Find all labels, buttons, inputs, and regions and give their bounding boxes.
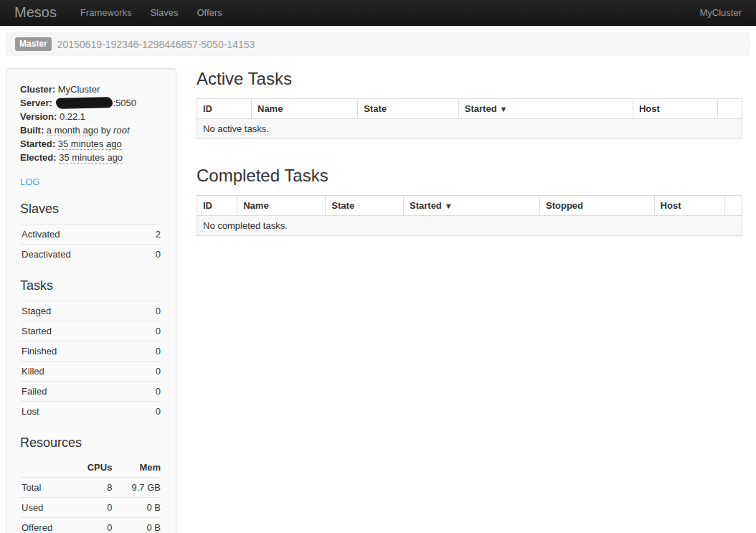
tasks-row-label: Finished (20, 341, 137, 362)
column-header-empty (724, 196, 742, 216)
resources-row-label: Total (20, 478, 72, 498)
tasks-row-value: 0 (137, 402, 162, 422)
active-tasks-empty-message: No active tasks. (197, 119, 742, 139)
tasks-row-failed: Failed 0 (20, 382, 162, 402)
content-layout: Cluster: MyCluster Server: :5050 Version… (0, 68, 756, 533)
column-header-empty (717, 99, 742, 119)
tasks-row-label: Started (20, 321, 137, 341)
column-header-started[interactable]: Started▼ (458, 99, 633, 119)
tasks-row-value: 0 (137, 362, 162, 382)
column-header-started-label: Started (410, 200, 442, 211)
tasks-row-label: Failed (20, 382, 137, 402)
built-time: a month ago (47, 125, 98, 136)
version-info-line: Version: 0.22.1 (20, 110, 162, 123)
server-port: :5050 (113, 98, 136, 108)
completed-tasks-table: ID Name State Started▼ Stopped Host No c… (197, 195, 742, 236)
slaves-row-label: Activated (20, 225, 143, 245)
nav-slaves[interactable]: Slaves (141, 0, 187, 25)
resources-row-cpus: 8 (72, 478, 114, 498)
elected-info-line: Elected: 35 minutes ago (20, 151, 162, 164)
resources-row-label: Used (20, 498, 72, 518)
brand-mesos[interactable]: Mesos (0, 4, 71, 21)
top-navbar: Mesos Frameworks Slaves Offers MyCluster (0, 0, 756, 26)
cluster-info-line: Cluster: MyCluster (20, 82, 162, 96)
resources-row-offered: Offered 0 0 B (20, 518, 162, 533)
column-header-started-label: Started (465, 103, 497, 114)
navbar-links: Frameworks Slaves Offers (71, 0, 232, 25)
completed-tasks-section: Completed Tasks ID Name State Started▼ S… (197, 165, 742, 236)
resources-row-label: Offered (20, 518, 72, 533)
tasks-row-label: Killed (20, 362, 137, 382)
slaves-row-deactivated: Deactivated 0 (20, 245, 162, 265)
breadcrumb: Master 20150619-192346-1298446857-5050-1… (6, 32, 750, 56)
completed-tasks-empty-row: No completed tasks. (197, 216, 742, 236)
main-content: Active Tasks ID Name State Started▼ Host (197, 68, 750, 237)
navbar-cluster-name: MyCluster (699, 7, 756, 18)
started-time: 35 minutes ago (58, 138, 122, 150)
slaves-row-value: 0 (143, 245, 162, 265)
built-connector: by (101, 125, 111, 136)
resources-table: CPUs Mem Total 8 9.7 GB Used 0 0 B Offer… (20, 458, 162, 533)
version-value: 0.22.1 (60, 111, 85, 122)
completed-tasks-empty-message: No completed tasks. (197, 216, 742, 236)
tasks-row-value: 0 (137, 382, 162, 402)
cluster-value: MyCluster (58, 84, 100, 95)
sort-desc-icon: ▼ (445, 202, 453, 210)
nav-offers[interactable]: Offers (187, 0, 231, 25)
cluster-label: Cluster: (20, 84, 55, 95)
tasks-row-killed: Killed 0 (20, 362, 162, 382)
column-header-host[interactable]: Host (633, 99, 717, 119)
resources-row-mem: 9.7 GB (113, 478, 162, 498)
master-id: 20150619-192346-1298446857-5050-14153 (57, 39, 255, 50)
resources-header-blank (20, 458, 72, 478)
built-label: Built: (20, 125, 44, 136)
tasks-row-value: 0 (137, 341, 162, 362)
tasks-row-staged: Staged 0 (20, 301, 162, 321)
completed-tasks-header-row: ID Name State Started▼ Stopped Host (197, 196, 742, 216)
built-user: root (113, 125, 129, 136)
resources-row-used: Used 0 0 B (20, 498, 162, 518)
nav-frameworks[interactable]: Frameworks (71, 0, 141, 25)
resources-row-mem: 0 B (113, 498, 162, 518)
column-header-stopped[interactable]: Stopped (540, 196, 655, 216)
tasks-heading: Tasks (20, 276, 162, 295)
active-tasks-header-row: ID Name State Started▼ Host (197, 99, 742, 119)
column-header-id[interactable]: ID (197, 196, 237, 216)
server-info-line: Server: :5050 (20, 96, 162, 110)
resources-row-total: Total 8 9.7 GB (20, 478, 162, 498)
resources-row-cpus: 0 (72, 518, 114, 533)
column-header-name[interactable]: Name (237, 196, 326, 216)
tasks-row-value: 0 (137, 321, 162, 341)
column-header-host[interactable]: Host (654, 196, 724, 216)
tasks-row-value: 0 (137, 301, 162, 321)
column-header-name[interactable]: Name (252, 99, 358, 119)
active-tasks-section: Active Tasks ID Name State Started▼ Host (197, 68, 742, 139)
elected-time: 35 minutes ago (59, 152, 123, 164)
started-info-line: Started: 35 minutes ago (20, 137, 162, 151)
active-tasks-table: ID Name State Started▼ Host No active ta… (197, 98, 742, 139)
resources-row-mem: 0 B (113, 518, 162, 533)
column-header-state[interactable]: State (326, 196, 404, 216)
tasks-row-started: Started 0 (20, 321, 162, 341)
redacted-server-address (56, 97, 113, 109)
tasks-row-label: Staged (20, 301, 137, 321)
column-header-started[interactable]: Started▼ (404, 196, 540, 216)
tasks-row-finished: Finished 0 (20, 341, 162, 362)
resources-heading: Resources (20, 433, 162, 452)
slaves-table: Activated 2 Deactivated 0 (20, 224, 162, 264)
log-link[interactable]: LOG (20, 176, 39, 187)
active-tasks-empty-row: No active tasks. (197, 119, 742, 139)
tasks-row-lost: Lost 0 (20, 402, 162, 422)
resources-header-row: CPUs Mem (20, 458, 162, 478)
slaves-heading: Slaves (20, 199, 162, 218)
server-label: Server: (20, 98, 52, 108)
slaves-row-label: Deactivated (20, 245, 143, 265)
column-header-state[interactable]: State (358, 99, 459, 119)
resources-row-cpus: 0 (72, 498, 114, 518)
sidebar-panel: Cluster: MyCluster Server: :5050 Version… (6, 68, 176, 533)
built-info-line: Built: a month ago by root (20, 123, 162, 137)
sort-desc-icon: ▼ (500, 105, 508, 113)
completed-tasks-title: Completed Tasks (197, 165, 742, 187)
column-header-id[interactable]: ID (197, 99, 252, 119)
resources-header-cpus: CPUs (72, 458, 114, 478)
